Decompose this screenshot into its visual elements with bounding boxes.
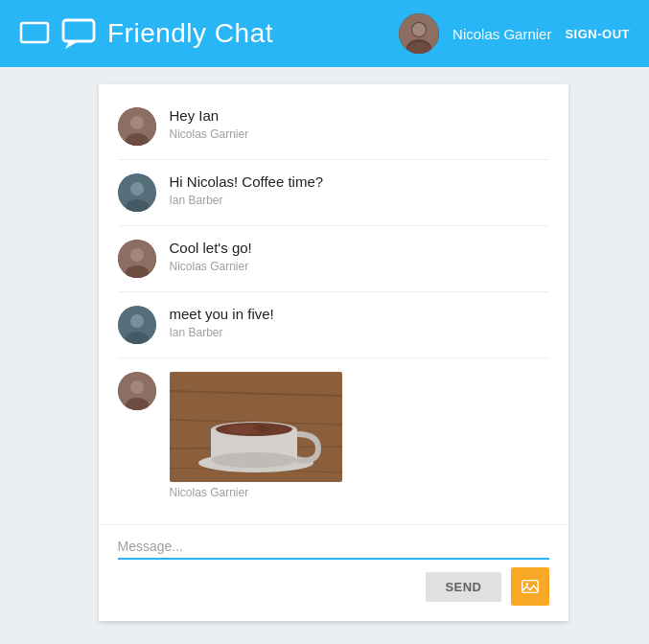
message-avatar [118, 107, 156, 146]
svg-rect-0 [21, 23, 48, 42]
svg-point-22 [130, 380, 144, 394]
message-content: Hi Nicolas! Coffee time?Ian Barber [170, 173, 324, 207]
svg-point-7 [412, 23, 426, 36]
user-name-label: Nicolas Garnier [452, 26, 551, 42]
svg-point-37 [525, 583, 528, 586]
chat-card: Hey IanNicolas Garnier Hi Nicolas! Coffe… [99, 84, 568, 621]
message-text: Hi Nicolas! Coffee time? [170, 173, 324, 190]
message-sender: Ian Barber [170, 326, 274, 339]
header-left: Friendly Chat [19, 16, 273, 51]
svg-point-10 [130, 116, 144, 129]
message-text: meet you in five! [170, 306, 274, 322]
message-avatar [118, 240, 156, 278]
message-row: Hi Nicolas! Coffee time?Ian Barber [118, 160, 549, 226]
input-actions: SEND [118, 567, 549, 606]
message-input[interactable] [118, 535, 549, 560]
message-image [170, 372, 342, 482]
chat-bubble-icon [61, 16, 96, 51]
image-icon [520, 576, 541, 597]
svg-rect-2 [63, 20, 94, 41]
svg-point-32 [211, 452, 297, 468]
app-title: Friendly Chat [107, 18, 273, 49]
message-avatar [118, 173, 156, 212]
app-header: Friendly Chat Nicolas Garnier SIGN-OUT [0, 0, 649, 67]
input-area: SEND [99, 524, 568, 621]
svg-point-16 [130, 248, 144, 262]
message-row: meet you in five!Ian Barber [118, 292, 549, 358]
message-content: meet you in five!Ian Barber [170, 306, 274, 339]
sign-out-button[interactable]: SIGN-OUT [565, 27, 630, 41]
messages-list: Hey IanNicolas Garnier Hi Nicolas! Coffe… [99, 84, 568, 524]
message-content: Hey IanNicolas Garnier [170, 107, 249, 141]
message-sender: Nicolas Garnier [170, 260, 252, 273]
message-avatar [118, 306, 156, 344]
header-right: Nicolas Garnier SIGN-OUT [399, 13, 630, 54]
message-content: Cool let's go!Nicolas Garnier [170, 240, 252, 273]
message-row: Nicolas Garnier [118, 358, 549, 513]
message-sender: Ian Barber [170, 194, 324, 207]
message-content: Nicolas Garnier [170, 372, 342, 499]
image-upload-button[interactable] [511, 567, 549, 606]
svg-point-19 [130, 314, 144, 328]
user-avatar [399, 13, 439, 54]
message-sender: Nicolas Garnier [170, 486, 342, 499]
message-row: Cool let's go!Nicolas Garnier [118, 226, 549, 292]
message-sender: Nicolas Garnier [170, 127, 249, 141]
message-avatar [118, 372, 156, 410]
message-text: Cool let's go! [170, 240, 252, 256]
svg-point-35 [253, 426, 268, 431]
send-button[interactable]: SEND [426, 572, 500, 602]
svg-point-13 [130, 182, 144, 196]
message-text: Hey Ian [170, 107, 249, 124]
chat-icon [19, 18, 50, 49]
message-row: Hey IanNicolas Garnier [118, 94, 549, 160]
